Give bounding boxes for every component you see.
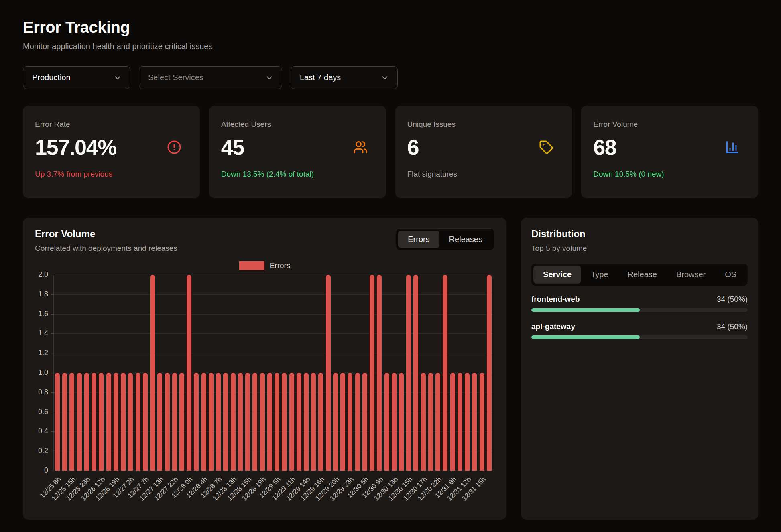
- error-bar: [69, 373, 74, 471]
- progress-fill: [531, 308, 640, 312]
- time-range-dropdown[interactable]: Last 7 days: [291, 66, 398, 89]
- services-dropdown[interactable]: Select Services: [139, 66, 282, 89]
- tab-service[interactable]: Service: [533, 266, 581, 284]
- error-bar: [428, 373, 433, 471]
- error-bar: [472, 373, 477, 471]
- distribution-row-api-gateway: api-gateway 34 (50%): [531, 322, 748, 339]
- page-header: Error Tracking Monitor application healt…: [23, 18, 758, 51]
- y-axis-tick: [51, 451, 54, 451]
- chart-legend: Errors: [35, 261, 494, 270]
- error-bar: [399, 373, 404, 471]
- stat-value: 157.04%: [35, 135, 116, 160]
- error-bar: [392, 373, 397, 471]
- error-bar: [267, 373, 272, 471]
- panel-subtitle: Correlated with deployments and releases: [35, 244, 177, 253]
- error-bar: [150, 275, 155, 471]
- progress-fill: [531, 335, 640, 339]
- chevron-down-icon: [380, 73, 389, 82]
- distribution-panel: Distribution Top 5 by volume Service Typ…: [521, 218, 758, 520]
- y-axis-tick: [51, 333, 54, 334]
- error-bar: [209, 373, 214, 471]
- error-volume-chart: 00.20.40.60.81.01.21.41.61.82.0 12/25 8h…: [53, 275, 493, 519]
- error-bar: [114, 373, 118, 471]
- bars-group: [55, 275, 492, 471]
- error-bar: [260, 373, 265, 471]
- tab-os[interactable]: OS: [715, 266, 746, 284]
- stat-value: 45: [221, 135, 244, 160]
- error-bar: [435, 373, 440, 471]
- error-bar: [297, 373, 301, 471]
- error-bar: [406, 275, 411, 471]
- service-count: 34 (50%): [717, 322, 748, 331]
- distribution-tabs: Service Type Release Browser OS: [531, 264, 748, 286]
- environment-dropdown-value: Production: [32, 73, 71, 82]
- stat-value: 6: [407, 135, 419, 160]
- error-bar: [92, 373, 96, 471]
- error-bar: [252, 373, 257, 471]
- stat-subtext: Up 3.7% from previous: [35, 170, 188, 179]
- stat-label: Error Volume: [593, 120, 746, 129]
- time-range-dropdown-value: Last 7 days: [300, 73, 341, 82]
- error-bar: [99, 373, 104, 471]
- error-bar: [480, 373, 484, 471]
- y-axis-tick: [51, 353, 54, 353]
- error-bar: [62, 373, 67, 471]
- stat-label: Affected Users: [221, 120, 374, 129]
- y-axis-tick: [51, 373, 54, 373]
- panel-subtitle: Top 5 by volume: [531, 244, 748, 253]
- stat-card-error-rate: Error Rate 157.04% Up 3.7% from previous: [23, 106, 200, 198]
- tab-release[interactable]: Release: [618, 266, 667, 284]
- y-axis-tick-label: 0: [44, 466, 48, 475]
- error-bar: [487, 275, 492, 471]
- error-bar: [165, 373, 170, 471]
- y-axis-tick-label: 1.2: [38, 349, 48, 357]
- error-bar: [326, 275, 331, 471]
- panel-title: Error Volume: [35, 228, 177, 240]
- progress-track: [531, 308, 748, 312]
- error-bar: [304, 373, 309, 471]
- error-bar: [318, 373, 323, 471]
- y-axis-tick: [51, 431, 54, 432]
- error-bar: [443, 275, 447, 471]
- filters-bar: Production Select Services Last 7 days: [23, 66, 758, 89]
- stat-card-affected-users: Affected Users 45 Down 13.5% (2.4% of to…: [209, 106, 386, 198]
- error-bar: [77, 373, 82, 471]
- users-icon: [353, 140, 368, 154]
- error-bar: [245, 373, 250, 471]
- error-bar: [465, 373, 470, 471]
- y-axis-tick-label: 0.6: [38, 408, 48, 416]
- error-bar: [128, 373, 133, 471]
- error-bar: [201, 373, 206, 471]
- progress-track: [531, 335, 748, 339]
- tab-browser[interactable]: Browser: [667, 266, 715, 284]
- plot-area: 00.20.40.60.81.01.21.41.61.82.0: [53, 275, 493, 471]
- error-bar: [84, 373, 89, 471]
- tab-type[interactable]: Type: [581, 266, 618, 284]
- y-axis-tick: [51, 392, 54, 393]
- distribution-row-frontend-web: frontend-web 34 (50%): [531, 295, 748, 312]
- legend-label: Errors: [270, 261, 291, 270]
- y-axis-tick-label: 0.8: [38, 388, 48, 396]
- error-bar: [370, 275, 374, 471]
- error-bar: [340, 373, 345, 471]
- panel-title: Distribution: [531, 228, 748, 240]
- y-axis-tick: [51, 275, 54, 275]
- error-bar: [238, 373, 243, 471]
- toggle-releases-button[interactable]: Releases: [439, 231, 492, 248]
- bar-chart-icon: [725, 140, 740, 154]
- environment-dropdown[interactable]: Production: [23, 66, 130, 89]
- error-bar: [187, 275, 191, 471]
- x-axis-labels: 12/25 8h12/25 15h12/25 23h12/26 12h12/26…: [53, 471, 493, 519]
- toggle-errors-button[interactable]: Errors: [398, 231, 439, 248]
- tag-icon: [539, 140, 553, 154]
- error-bar: [216, 373, 221, 471]
- error-volume-panel: Error Volume Correlated with deployments…: [23, 218, 506, 520]
- y-axis-tick: [51, 314, 54, 315]
- error-bar: [223, 373, 228, 471]
- error-bar: [136, 373, 140, 471]
- error-bar: [157, 373, 162, 471]
- page-title: Error Tracking: [23, 18, 758, 37]
- error-bar: [275, 373, 279, 471]
- services-dropdown-placeholder: Select Services: [148, 73, 203, 82]
- y-axis-tick-label: 1.0: [38, 368, 48, 377]
